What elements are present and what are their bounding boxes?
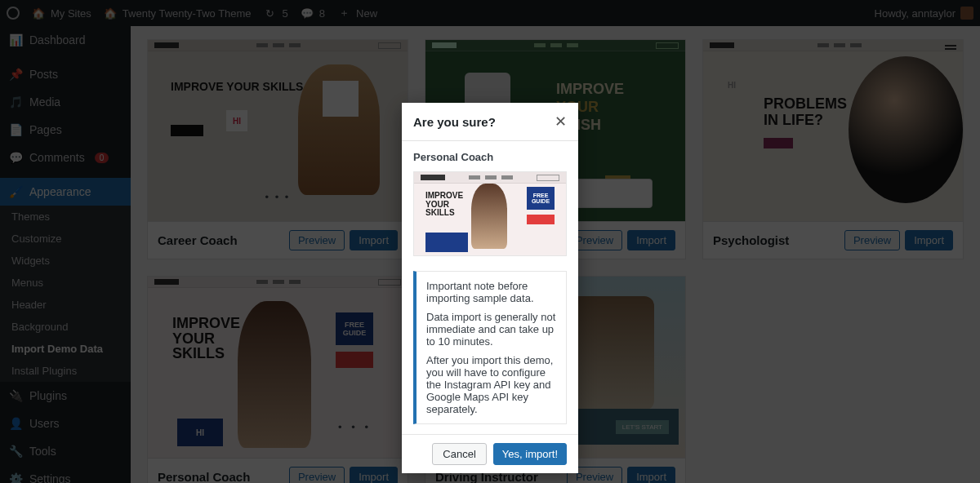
modal-preview: IMPROVE YOUR SKILLS FREE GUIDE (413, 171, 567, 256)
modal-note-heading: Important note before importing sample d… (426, 280, 556, 304)
modal-overlay[interactable]: Are you sure? ✕ Personal Coach IMPROVE Y… (0, 0, 980, 483)
modal-body: Personal Coach IMPROVE YOUR SKILLS FREE … (402, 141, 578, 434)
import-confirm-modal: Are you sure? ✕ Personal Coach IMPROVE Y… (402, 103, 578, 473)
modal-note: Important note before importing sample d… (413, 271, 567, 424)
cancel-button[interactable]: Cancel (432, 443, 486, 465)
modal-title: Are you sure? (413, 115, 496, 129)
close-icon[interactable]: ✕ (555, 113, 567, 131)
confirm-import-button[interactable]: Yes, import! (493, 443, 567, 465)
modal-subtitle: Personal Coach (413, 151, 567, 163)
modal-footer: Cancel Yes, import! (402, 434, 578, 473)
modal-header: Are you sure? ✕ (402, 103, 578, 141)
modal-preview-hero: IMPROVE YOUR SKILLS (425, 192, 463, 218)
modal-note-p2: After you import this demo, you will hav… (426, 354, 556, 415)
modal-preview-guide: FREE GUIDE (527, 187, 555, 210)
modal-note-p1: Data import is generally not immediate a… (426, 311, 556, 348)
